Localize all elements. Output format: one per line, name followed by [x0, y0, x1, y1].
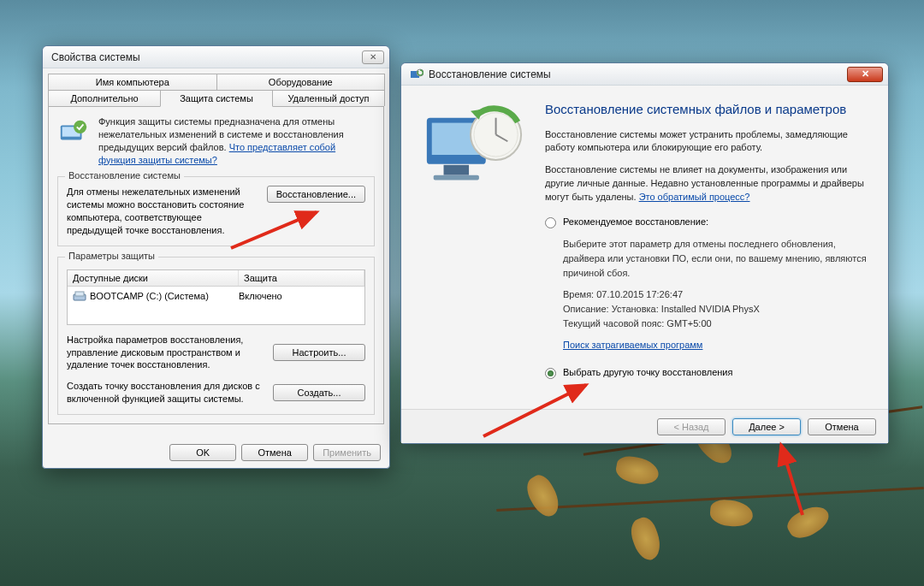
wizard-para-1: Восстановление системы может устранить п… [545, 128, 871, 156]
recommended-details: Выберите этот параметр для отмены послед… [563, 237, 871, 352]
create-button[interactable]: Создать... [273, 384, 365, 401]
radio-recommended-label: Рекомендуемое восстановление: [563, 216, 708, 227]
reversible-link[interactable]: Это обратимый процесс? [639, 192, 750, 202]
wizard-para-2: Восстановление системы не влияет на доку… [545, 163, 871, 204]
restore-group-label: Восстановление системы [65, 170, 184, 181]
cancel-button[interactable]: Отмена [241, 444, 308, 461]
restore-group: Восстановление системы Для отмены нежела… [57, 176, 375, 246]
protection-params-group: Параметры защиты Доступные диски Защита … [57, 257, 375, 415]
system-restore-window: Восстановление системы ✕ В [400, 62, 889, 444]
protection-icon [57, 115, 90, 148]
tab-panel-protection: Функция защиты системы предназначена для… [48, 106, 384, 424]
disk-protection: Включено [239, 291, 359, 301]
svg-line-21 [781, 445, 803, 515]
tab-system-protection[interactable]: Защита системы [160, 90, 273, 107]
next-button[interactable]: Далее > [732, 418, 801, 435]
scan-affected-link[interactable]: Поиск затрагиваемых программ [563, 340, 702, 350]
tab-advanced[interactable]: Дополнительно [48, 90, 161, 106]
col-protection: Защита [239, 270, 364, 286]
table-row[interactable]: BOOTCAMP (C:) (Система) Включено [68, 287, 364, 305]
configure-button[interactable]: Настроить... [273, 344, 365, 361]
tab-strip: Имя компьютера Оборудование Дополнительн… [43, 68, 389, 106]
svg-rect-4 [75, 292, 84, 296]
window-title: Свойства системы [51, 51, 362, 63]
wizard-footer: < Назад Далее > Отмена [401, 409, 888, 443]
radio-choose-other-label: Выбрать другую точку восстановления [563, 367, 732, 377]
dialog-buttons: OK Отмена Применить [169, 444, 381, 461]
system-properties-window: Свойства системы ✕ Имя компьютера Оборуд… [42, 45, 390, 469]
close-icon[interactable]: ✕ [847, 67, 883, 82]
ok-button[interactable]: OK [169, 444, 236, 461]
radio-choose-other[interactable] [545, 368, 556, 379]
disk-icon [73, 290, 86, 302]
restore-app-icon [410, 68, 424, 81]
apply-button[interactable]: Применить [313, 444, 381, 461]
svg-rect-9 [444, 165, 470, 175]
restore-hero-icon [418, 101, 528, 195]
system-restore-button[interactable]: Восстановление... [267, 186, 365, 203]
tab-hardware[interactable]: Оборудование [216, 74, 386, 90]
cancel-button[interactable]: Отмена [808, 418, 876, 435]
configure-text: Настройка параметров восстановления, упр… [67, 334, 264, 372]
disks-table[interactable]: Доступные диски Защита BOOTCAMP (C:) (Си… [67, 269, 365, 325]
annotation-arrow-3 [768, 438, 820, 524]
svg-point-2 [74, 121, 86, 133]
svg-rect-10 [434, 175, 479, 181]
radio-recommended[interactable] [545, 217, 556, 228]
restore-group-text: Для отмены нежелательных изменений систе… [67, 186, 258, 236]
window-title: Восстановление системы [429, 68, 847, 80]
tab-computer-name[interactable]: Имя компьютера [48, 74, 217, 90]
titlebar[interactable]: Свойства системы ✕ [43, 46, 389, 68]
col-disks: Доступные диски [68, 270, 239, 286]
close-icon[interactable]: ✕ [362, 50, 384, 64]
back-button[interactable]: < Назад [657, 418, 726, 435]
tab-remote[interactable]: Удаленный доступ [272, 90, 385, 106]
protection-params-label: Параметры защиты [65, 251, 158, 261]
create-text: Создать точку восстановления для дисков … [67, 380, 264, 405]
titlebar[interactable]: Восстановление системы ✕ [401, 63, 888, 86]
disk-name: BOOTCAMP (C:) (Система) [90, 291, 209, 301]
wizard-heading: Восстановление системных файлов и параме… [545, 101, 871, 118]
intro-text: Функция защиты системы предназначена для… [98, 115, 375, 166]
